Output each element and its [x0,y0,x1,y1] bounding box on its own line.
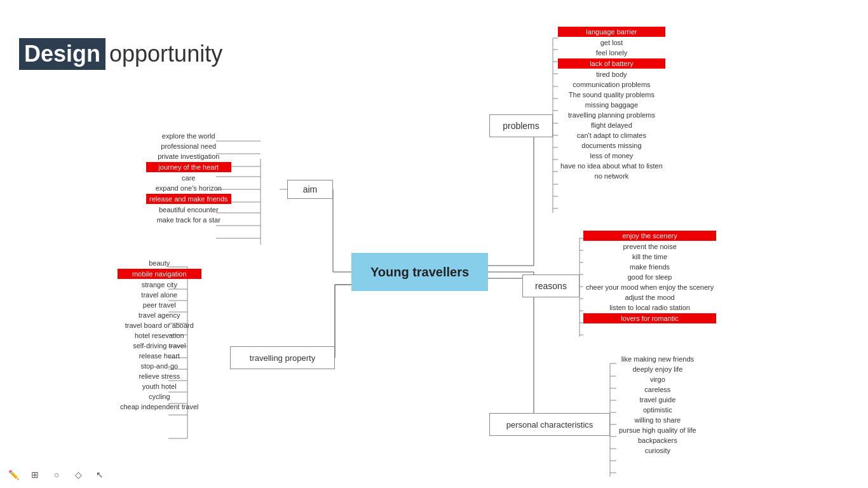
problems-items: language barrier get lost feel lonely la… [558,27,665,180]
pc-item-8: backpackers [616,436,699,445]
prob-item-5: communication problems [558,80,665,89]
pc-item-2: virgo [616,375,699,384]
eraser-icon[interactable]: ◇ [71,468,85,482]
reason-item-5: cheer your mood when enjoy the scenery [583,283,716,292]
tp-item-9: release heart [118,351,201,360]
tp-item-2: strange city [118,280,201,289]
pc-item-7: pursue high quality of life [616,426,699,435]
pc-items: like making new friends deeply enjoy lif… [616,355,699,455]
circle-icon[interactable]: ○ [50,468,64,482]
tp-item-1: mobile navigation [118,269,201,279]
reason-item-0: enjoy the scenery [583,231,716,241]
problems-box: problems [489,114,553,137]
aim-item-9: make track for a star [146,215,231,224]
tp-item-0: beauty [118,259,201,268]
tp-item-12: youth hotel [118,382,201,391]
reason-item-2: kill the time [583,252,716,261]
title-area: Design opportunity [19,38,222,70]
title-opportunity: opportunity [109,41,222,67]
mind-map-lines [0,0,868,488]
prob-item-0: language barrier [558,27,665,37]
aim-box: aim [287,180,333,199]
pc-box: personal characteristics [489,413,610,436]
tp-item-11: relieve stress [118,372,201,381]
aim-items: explore the world professional need priv… [146,132,231,224]
aim-item-3: private investigation [146,152,231,161]
pc-item-0: like making new friends [616,355,699,363]
pencil-icon[interactable]: ✏️ [6,468,20,482]
aim-item-1: explore the world [146,132,231,140]
tp-item-4: peer travel [118,301,201,309]
reasons-box: reasons [522,274,580,297]
reasons-items: enjoy the scenery prevent the noise kill… [583,231,716,323]
prob-item-6: The sound quality problems [558,90,665,99]
center-node: Young travellers [351,253,488,291]
prob-item-3: lack of battery [558,58,665,69]
tp-items: beauty mobile navigation strange city tr… [118,259,201,411]
pc-item-5: optimistic [616,405,699,414]
pc-item-9: curiosity [616,446,699,455]
pc-item-1: deeply enjoy life [616,365,699,374]
reason-item-6: adjust the mood [583,293,716,302]
tp-item-14: cheap independent travel [118,402,201,411]
prob-item-11: documents missing [558,141,665,150]
reason-item-3: make friends [583,262,716,271]
prob-item-7: missing baggage [558,100,665,109]
prob-item-10: can't adapt to climates [558,131,665,140]
prob-item-4: tired body [558,70,665,79]
toolbar: ✏️ ⊞ ○ ◇ ↖ [6,468,107,482]
aim-item-5: care [146,173,231,182]
tp-item-7: hotel resevation [118,331,201,340]
prob-item-13: have no idea about what to listen [558,161,665,170]
prob-item-1: get lost [558,38,665,47]
pc-item-6: willing to share [616,416,699,424]
tp-box: travelling property [230,346,335,369]
main-container: Design opportunity [0,0,868,488]
reason-item-4: good for sleep [583,273,716,281]
title-design: Design [19,38,105,70]
reason-item-8: lovers for romantic [583,313,716,323]
prob-item-12: less of money [558,151,665,160]
tp-item-10: stop-and-go [118,362,201,370]
aim-item-4: journey of the heart [146,162,231,172]
prob-item-8: travelling planning problems [558,111,665,119]
tp-item-13: cycling [118,392,201,401]
prob-item-9: flight delayed [558,121,665,130]
reason-item-1: prevent the noise [583,242,716,251]
prob-item-2: feel lonely [558,48,665,57]
pc-item-4: travel guide [616,395,699,404]
cursor-icon[interactable]: ↖ [93,468,107,482]
aim-item-6: expand one's horizon [146,184,231,193]
pc-item-3: careless [616,385,699,394]
tp-item-8: self-driving travel [118,341,201,350]
aim-item-7: release and make friends [146,194,231,204]
aim-item-8: beautiful encounter [146,205,231,214]
prob-item-14: no network [558,172,665,180]
aim-item-2: professional need [146,142,231,151]
table-icon[interactable]: ⊞ [28,468,42,482]
tp-item-3: travel alone [118,290,201,299]
tp-item-6: travel board or aboard [118,321,201,330]
reason-item-7: listen to local radio station [583,303,716,312]
tp-item-5: travel agency [118,311,201,320]
